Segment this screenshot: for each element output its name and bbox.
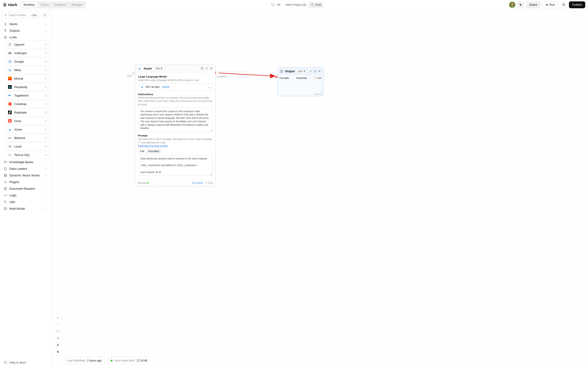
info-icon[interactable] — [200, 67, 204, 70]
provider-azure[interactable]: ▲Azure≡ — [6, 125, 49, 133]
zoom-lock-button[interactable] — [54, 335, 61, 342]
provider-texttosql[interactable]: Text-to-SQL≡ — [6, 151, 49, 159]
avatar[interactable] — [509, 2, 515, 8]
download-icon — [4, 22, 7, 26]
breadcrumb-all[interactable]: All — [277, 3, 280, 6]
nav-knowledge[interactable]: Knowledge Bases — [2, 159, 49, 165]
input-node-port[interactable] — [132, 73, 135, 75]
output-node-tag: out-0 — [297, 69, 307, 73]
close-icon[interactable] — [210, 67, 213, 70]
edit-icon[interactable] — [309, 70, 312, 73]
tab-workflow[interactable]: Workflow — [21, 2, 37, 8]
chevron-down-icon — [44, 36, 47, 39]
share-button[interactable]: Share — [526, 1, 540, 8]
user-face-icon — [510, 2, 515, 7]
more-icon[interactable]: ⋮ — [309, 77, 311, 79]
zoom-layout-button[interactable] — [54, 342, 61, 348]
logo-icon — [3, 3, 7, 7]
nav-vector[interactable]: Dynamic Vector Stores — [2, 172, 49, 179]
nav-outputs[interactable]: Outputs — [2, 27, 49, 34]
tab-analytics[interactable]: Analytics — [52, 2, 69, 8]
run-button[interactable]: Run — [542, 1, 559, 8]
info-icon[interactable] — [313, 70, 317, 73]
input-node[interactable]: Input — [80, 72, 134, 76]
drag-handle-icon: ≡ — [45, 77, 47, 80]
zoom-fit-button[interactable] — [54, 328, 61, 335]
provider-meta[interactable]: Meta≡ — [6, 66, 49, 74]
provider-label: Groq — [14, 119, 21, 123]
provider-cerebras[interactable]: Cerebras≡ — [6, 100, 49, 108]
tab-manager[interactable]: Manager — [69, 2, 85, 8]
output-node-title: Output — [285, 69, 295, 73]
svg-point-3 — [5, 14, 6, 16]
output-input-port[interactable] — [275, 76, 277, 78]
instructions-textarea[interactable]: You receive a result from a query to the… — [138, 108, 212, 132]
zoom-out-button[interactable]: − — [54, 321, 61, 328]
tab-export[interactable]: Export — [38, 2, 52, 8]
azure-node-header[interactable]: ▲ Azure llm-0 — [135, 65, 215, 73]
cursor-button[interactable] — [517, 1, 524, 8]
resize-handle-icon[interactable] — [320, 90, 322, 92]
nav-inputs[interactable]: Inputs — [2, 21, 49, 27]
provider-google[interactable]: Google≡ — [6, 58, 49, 65]
nav-plugins[interactable]: Plugins — [2, 179, 49, 185]
prompt-textarea[interactable]: Data warehouse queries used to respond t… — [138, 155, 212, 176]
draft-badge[interactable]: Draft — [309, 2, 324, 8]
tab-edit[interactable]: Edit — [138, 149, 146, 153]
provider-mistral[interactable]: Mistral≡ — [6, 75, 49, 82]
provider-perplexity[interactable]: ⁂Perplexity≡ — [6, 83, 49, 91]
provider-groq[interactable]: gGroq≡ — [6, 117, 49, 125]
provider-label: Cerebras — [14, 102, 26, 106]
gear-icon[interactable] — [205, 67, 208, 70]
azure-node-title: Azure — [144, 67, 152, 70]
nav-readers[interactable]: Document Readers — [2, 185, 49, 192]
provider-replicate[interactable]: ▗▘Replicate≡ — [6, 108, 49, 116]
svg-rect-17 — [4, 209, 5, 210]
svg-rect-31 — [58, 344, 59, 345]
svg-rect-16 — [6, 208, 7, 209]
model-select[interactable]: ▲ GPT-4o Mini Fastest ⌄ — [138, 83, 212, 91]
breadcrumb-project[interactable]: New Project (6) — [286, 3, 306, 6]
provider-togetherai[interactable]: TogetherAI≡ — [6, 92, 49, 99]
provider-bedrock[interactable]: awsBedrock≡ — [6, 134, 49, 142]
download-label[interactable]: Download — [296, 77, 307, 79]
provider-local[interactable]: Local≡ — [6, 142, 49, 150]
provider-anthropic[interactable]: A\Anthropic≡ — [6, 49, 49, 57]
provider-openai[interactable]: OpenAI≡ — [6, 41, 49, 48]
provider-label: Mistral — [14, 77, 23, 80]
drag-handle-icon: ≡ — [45, 94, 47, 97]
tab-formatted[interactable]: Formatted — [146, 149, 161, 153]
zoom-in-button[interactable]: + — [54, 314, 61, 321]
status-bar: Last Published 2 hours ago Auto-saved dr… — [64, 357, 151, 364]
nav-multimodal[interactable]: Multi-Modal — [2, 205, 49, 212]
nav-utils[interactable]: Utils — [2, 199, 49, 205]
chevron-right-icon — [44, 29, 47, 32]
formatted-label: Formatted — [279, 77, 290, 79]
collapse-sidebar-button[interactable] — [42, 12, 48, 18]
provider-label: Google — [14, 60, 24, 63]
clock-icon — [562, 3, 565, 6]
azure-icon: ▲ — [8, 127, 12, 131]
cerebras-icon — [8, 102, 12, 106]
canvas[interactable]: Input ▲ Azure llm-0 Large Language Model… — [51, 10, 588, 367]
nav-logic[interactable]: Logic — [2, 192, 49, 199]
schedule-button[interactable] — [560, 1, 567, 8]
azure-node[interactable]: ▲ Azure llm-0 Large Language Model Selec… — [135, 64, 216, 186]
zoom-map-button[interactable] — [54, 348, 61, 355]
provider-label: Bedrock — [14, 136, 25, 140]
edge-connector[interactable] — [216, 72, 247, 75]
nav-llms[interactable]: LLMs — [2, 34, 49, 41]
nav-loaders[interactable]: Data Loaders — [2, 165, 49, 172]
help-button[interactable]: Help & More — [0, 358, 51, 367]
prompt-tabs: Edit Formatted — [138, 149, 212, 153]
publish-button[interactable]: Publish — [569, 1, 585, 8]
clear-button[interactable]: Clear — [313, 76, 323, 80]
close-icon[interactable] — [318, 70, 321, 73]
examples-link[interactable]: Examples of a good prompt — [138, 144, 167, 147]
togetherai-icon — [8, 93, 12, 98]
svg-point-18 — [6, 209, 7, 210]
output-node[interactable]: Output out-0 Formatted Download ⋮ Clear — [277, 67, 323, 96]
prompt-sub: The data sent in each message. Add data … — [138, 137, 212, 148]
output-node-header[interactable]: Output out-0 — [278, 68, 323, 75]
search-input[interactable]: Search Nodes CtrlK — [2, 12, 40, 18]
